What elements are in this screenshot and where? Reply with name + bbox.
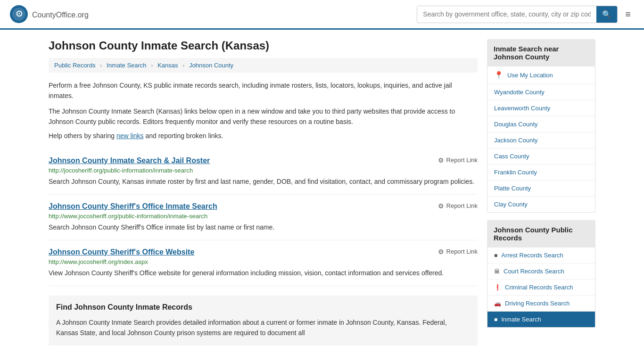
sidebar-county-wyandotte[interactable]: Wyandotte County (487, 84, 595, 100)
result-card-2-header: Johnson County Sheriff's Office Inmate S… (49, 202, 478, 211)
sidebar: Inmate Search near Johnson County 📍 Use … (487, 39, 595, 346)
arrest-records-link[interactable]: Arrest Records Search (501, 252, 563, 259)
find-section-text: A Johnson County Inmate Search provides … (56, 317, 470, 338)
page-title: Johnson County Inmate Search (Kansas) (49, 39, 478, 52)
result-3-report-label: Report Link (446, 248, 478, 255)
sidebar-county-cass[interactable]: Cass County (487, 148, 595, 165)
logo-area: ⊙ CountyOffice.org (9, 5, 89, 24)
logo-suffix: .org (75, 11, 89, 19)
sidebar-county-franklin[interactable]: Franklin County (487, 165, 595, 181)
result-2-title[interactable]: Johnson County Sheriff's Office Inmate S… (49, 202, 217, 211)
result-2-desc: Search Johnson County Sheriff's Office i… (49, 222, 478, 232)
main-container: Johnson County Inmate Search (Kansas) Pu… (39, 30, 605, 355)
search-box: 🔍 (417, 6, 618, 23)
intro-paragraph-2: The Johnson County Inmate Search (Kansas… (49, 106, 478, 127)
result-3-desc: View Johnson County Sheriff's Office web… (49, 268, 478, 278)
logo-text: CountyOffice.org (32, 9, 89, 20)
location-pin-icon: 📍 (494, 71, 504, 80)
svg-text:⊙: ⊙ (16, 9, 23, 18)
public-records-section: Johnson County Public Records ■ Arrest R… (487, 220, 595, 328)
wyandotte-county-link[interactable]: Wyandotte County (494, 89, 545, 96)
inmate-search-link[interactable]: Inmate Search (501, 316, 541, 323)
help-prefix: Help others by sharing (49, 132, 116, 140)
breadcrumb-public-records[interactable]: Public Records (54, 62, 95, 69)
intro-paragraph-1: Perform a free Johnson County, KS public… (49, 80, 478, 101)
inmate-search-icon: ■ (494, 316, 497, 323)
result-card-3: Johnson County Sheriff's Office Website … (49, 240, 478, 286)
public-records-list: ■ Arrest Records Search 🏛 Court Records … (487, 247, 595, 328)
douglas-county-link[interactable]: Douglas County (494, 121, 538, 128)
result-1-title[interactable]: Johnson County Inmate Search & Jail Rost… (49, 156, 210, 165)
result-3-url[interactable]: http://www.jocosheriff.org/index.aspx (49, 258, 478, 265)
nearby-header: Inmate Search near Johnson County (487, 39, 595, 66)
court-records-item[interactable]: 🏛 Court Records Search (487, 263, 595, 280)
sidebar-county-platte[interactable]: Platte County (487, 181, 595, 197)
result-card-2: Johnson County Sheriff's Office Inmate S… (49, 195, 478, 240)
result-2-url[interactable]: http://www.jocosheriff.org/public-inform… (49, 213, 478, 220)
court-records-icon: 🏛 (494, 268, 500, 275)
use-my-location-item[interactable]: 📍 Use My Location (487, 66, 595, 84)
result-card-1: Johnson County Inmate Search & Jail Rost… (49, 149, 478, 195)
arrest-records-item[interactable]: ■ Arrest Records Search (487, 247, 595, 263)
clay-county-link[interactable]: Clay County (494, 201, 528, 208)
breadcrumb-sep-2: › (151, 62, 153, 69)
driving-records-item[interactable]: 🚗 Driving Records Search (487, 296, 595, 312)
report-icon-3: ⚙ (438, 248, 444, 255)
search-area: 🔍 ≡ (417, 5, 635, 24)
leavenworth-county-link[interactable]: Leavenworth County (494, 105, 550, 112)
report-icon-2: ⚙ (438, 202, 444, 210)
new-links-link[interactable]: new links (116, 132, 144, 140)
report-icon-1: ⚙ (438, 156, 444, 164)
criminal-records-link[interactable]: Criminal Records Search (505, 284, 573, 291)
find-section: Find Johnson County Inmate Records A Joh… (49, 296, 478, 346)
result-3-report-link[interactable]: ⚙ Report Link (438, 248, 478, 255)
sidebar-county-douglas[interactable]: Douglas County (487, 116, 595, 132)
result-1-report-link[interactable]: ⚙ Report Link (438, 156, 478, 164)
criminal-records-item[interactable]: ❗ Criminal Records Search (487, 280, 595, 296)
search-input[interactable] (417, 7, 596, 22)
public-records-header: Johnson County Public Records (487, 220, 595, 247)
result-2-report-link[interactable]: ⚙ Report Link (438, 202, 478, 210)
breadcrumb-johnson-county[interactable]: Johnson County (189, 62, 233, 69)
criminal-records-icon: ❗ (494, 284, 501, 291)
driving-records-link[interactable]: Driving Records Search (505, 300, 570, 307)
platte-county-link[interactable]: Platte County (494, 185, 531, 192)
jackson-county-link[interactable]: Jackson County (494, 137, 538, 144)
help-text: Help others by sharing new links and rep… (49, 132, 478, 140)
use-my-location-link[interactable]: Use My Location (507, 72, 553, 79)
content-area: Johnson County Inmate Search (Kansas) Pu… (49, 39, 478, 346)
result-3-title[interactable]: Johnson County Sheriff's Office Website (49, 248, 194, 256)
breadcrumb-kansas[interactable]: Kansas (157, 62, 178, 69)
nearby-section: Inmate Search near Johnson County 📍 Use … (487, 39, 595, 213)
court-records-link[interactable]: Court Records Search (504, 268, 564, 275)
help-suffix: and reporting broken links. (144, 132, 223, 140)
sidebar-county-clay[interactable]: Clay County (487, 197, 595, 212)
find-section-title: Find Johnson County Inmate Records (56, 303, 470, 312)
breadcrumb-sep-3: › (182, 62, 184, 69)
result-1-report-label: Report Link (446, 156, 478, 164)
result-1-url[interactable]: http://jocosheriff.org/public-informatio… (49, 167, 478, 174)
breadcrumb-sep-1: › (100, 62, 102, 69)
nearby-list: 📍 Use My Location Wyandotte County Leave… (487, 66, 595, 213)
result-1-desc: Search Johnson County, Kansas inmate ros… (49, 177, 478, 187)
inmate-search-item[interactable]: ■ Inmate Search (487, 312, 595, 327)
hamburger-menu-button[interactable]: ≡ (621, 5, 635, 24)
logo-brand: CountyOffice (32, 11, 75, 19)
sidebar-county-leavenworth[interactable]: Leavenworth County (487, 100, 595, 116)
franklin-county-link[interactable]: Franklin County (494, 169, 537, 176)
arrest-records-icon: ■ (494, 252, 497, 259)
cass-county-link[interactable]: Cass County (494, 153, 529, 160)
logo-icon: ⊙ (9, 5, 28, 24)
search-button[interactable]: 🔍 (596, 6, 617, 23)
result-card-1-header: Johnson County Inmate Search & Jail Rost… (49, 156, 478, 165)
site-header: ⊙ CountyOffice.org 🔍 ≡ (0, 0, 644, 30)
driving-records-icon: 🚗 (494, 300, 501, 307)
result-card-3-header: Johnson County Sheriff's Office Website … (49, 248, 478, 256)
breadcrumb-inmate-search[interactable]: Inmate Search (107, 62, 147, 69)
sidebar-county-jackson[interactable]: Jackson County (487, 132, 595, 148)
breadcrumb: Public Records › Inmate Search › Kansas … (49, 58, 478, 73)
result-2-report-label: Report Link (446, 202, 478, 209)
